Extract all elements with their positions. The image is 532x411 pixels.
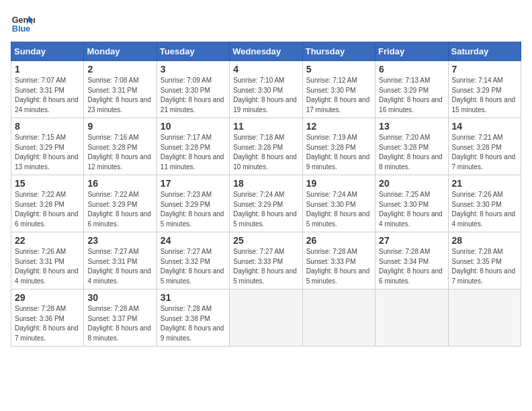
day-info: Sunrise: 7:26 AMSunset: 3:30 PMDaylight:… (452, 190, 517, 229)
day-info: Sunrise: 7:26 AMSunset: 3:31 PMDaylight:… (15, 247, 80, 286)
day-cell: 29Sunrise: 7:28 AMSunset: 3:36 PMDayligh… (11, 289, 84, 347)
col-header-saturday: Saturday (448, 42, 521, 61)
day-info: Sunrise: 7:24 AMSunset: 3:30 PMDaylight:… (306, 190, 371, 229)
day-info: Sunrise: 7:12 AMSunset: 3:30 PMDaylight:… (306, 76, 371, 115)
day-info: Sunrise: 7:17 AMSunset: 3:28 PMDaylight:… (161, 133, 226, 172)
day-info: Sunrise: 7:28 AMSunset: 3:38 PMDaylight:… (161, 304, 226, 343)
day-number: 23 (87, 235, 152, 246)
day-info: Sunrise: 7:15 AMSunset: 3:29 PMDaylight:… (15, 133, 80, 172)
day-number: 1 (15, 64, 80, 75)
day-info: Sunrise: 7:16 AMSunset: 3:28 PMDaylight:… (87, 133, 152, 172)
col-header-sunday: Sunday (11, 42, 84, 61)
day-number: 4 (233, 64, 298, 75)
day-number: 7 (452, 64, 517, 75)
day-info: Sunrise: 7:10 AMSunset: 3:30 PMDaylight:… (233, 76, 298, 115)
col-header-wednesday: Wednesday (230, 42, 302, 61)
day-cell: 18Sunrise: 7:24 AMSunset: 3:29 PMDayligh… (230, 175, 302, 232)
day-info: Sunrise: 7:13 AMSunset: 3:29 PMDaylight:… (379, 76, 444, 115)
day-info: Sunrise: 7:28 AMSunset: 3:35 PMDaylight:… (452, 247, 517, 286)
day-info: Sunrise: 7:14 AMSunset: 3:29 PMDaylight:… (452, 76, 517, 115)
day-number: 16 (87, 178, 152, 189)
day-info: Sunrise: 7:28 AMSunset: 3:33 PMDaylight:… (306, 247, 371, 286)
day-info: Sunrise: 7:27 AMSunset: 3:32 PMDaylight:… (161, 247, 226, 286)
day-number: 29 (15, 292, 80, 303)
day-cell: 23Sunrise: 7:27 AMSunset: 3:31 PMDayligh… (84, 232, 157, 289)
day-cell: 3Sunrise: 7:09 AMSunset: 3:30 PMDaylight… (157, 61, 229, 118)
day-cell: 10Sunrise: 7:17 AMSunset: 3:28 PMDayligh… (157, 118, 229, 175)
day-number: 26 (306, 235, 371, 246)
day-info: Sunrise: 7:09 AMSunset: 3:30 PMDaylight:… (161, 76, 226, 115)
day-info: Sunrise: 7:28 AMSunset: 3:34 PMDaylight:… (379, 247, 444, 286)
day-info: Sunrise: 7:18 AMSunset: 3:28 PMDaylight:… (233, 133, 298, 172)
day-info: Sunrise: 7:07 AMSunset: 3:31 PMDaylight:… (15, 76, 80, 115)
day-cell: 30Sunrise: 7:28 AMSunset: 3:37 PMDayligh… (84, 289, 157, 347)
day-info: Sunrise: 7:27 AMSunset: 3:33 PMDaylight:… (233, 247, 298, 286)
col-header-friday: Friday (375, 42, 448, 61)
svg-text:Blue: Blue (12, 24, 30, 34)
day-info: Sunrise: 7:21 AMSunset: 3:28 PMDaylight:… (452, 133, 517, 172)
day-cell: 9Sunrise: 7:16 AMSunset: 3:28 PMDaylight… (84, 118, 157, 175)
day-cell (448, 289, 521, 347)
day-number: 5 (306, 64, 371, 75)
day-info: Sunrise: 7:27 AMSunset: 3:31 PMDaylight:… (87, 247, 152, 286)
day-info: Sunrise: 7:22 AMSunset: 3:29 PMDaylight:… (87, 190, 152, 229)
week-row-4: 22Sunrise: 7:26 AMSunset: 3:31 PMDayligh… (11, 232, 521, 289)
day-cell: 2Sunrise: 7:08 AMSunset: 3:31 PMDaylight… (84, 61, 157, 118)
day-cell: 13Sunrise: 7:20 AMSunset: 3:28 PMDayligh… (375, 118, 448, 175)
day-cell: 25Sunrise: 7:27 AMSunset: 3:33 PMDayligh… (230, 232, 302, 289)
day-cell: 31Sunrise: 7:28 AMSunset: 3:38 PMDayligh… (157, 289, 229, 347)
calendar-table: SundayMondayTuesdayWednesdayThursdayFrid… (11, 42, 521, 347)
day-number: 15 (15, 178, 80, 189)
day-number: 28 (452, 235, 517, 246)
day-cell: 16Sunrise: 7:22 AMSunset: 3:29 PMDayligh… (84, 175, 157, 232)
day-number: 27 (379, 235, 444, 246)
day-cell: 7Sunrise: 7:14 AMSunset: 3:29 PMDaylight… (448, 61, 521, 118)
day-cell: 5Sunrise: 7:12 AMSunset: 3:30 PMDaylight… (302, 61, 375, 118)
day-number: 30 (87, 292, 152, 303)
day-cell (302, 289, 375, 347)
day-number: 6 (379, 64, 444, 75)
day-info: Sunrise: 7:28 AMSunset: 3:36 PMDaylight:… (15, 304, 80, 343)
day-number: 24 (161, 235, 226, 246)
day-info: Sunrise: 7:28 AMSunset: 3:37 PMDaylight:… (87, 304, 152, 343)
week-row-3: 15Sunrise: 7:22 AMSunset: 3:28 PMDayligh… (11, 175, 521, 232)
day-cell: 15Sunrise: 7:22 AMSunset: 3:28 PMDayligh… (11, 175, 84, 232)
day-cell: 4Sunrise: 7:10 AMSunset: 3:30 PMDaylight… (230, 61, 302, 118)
day-number: 14 (452, 121, 517, 132)
col-header-thursday: Thursday (302, 42, 375, 61)
week-row-2: 8Sunrise: 7:15 AMSunset: 3:29 PMDaylight… (11, 118, 521, 175)
week-row-5: 29Sunrise: 7:28 AMSunset: 3:36 PMDayligh… (11, 289, 521, 347)
day-number: 25 (233, 235, 298, 246)
day-number: 20 (379, 178, 444, 189)
day-cell: 24Sunrise: 7:27 AMSunset: 3:32 PMDayligh… (157, 232, 229, 289)
day-info: Sunrise: 7:08 AMSunset: 3:31 PMDaylight:… (87, 76, 152, 115)
day-cell: 8Sunrise: 7:15 AMSunset: 3:29 PMDaylight… (11, 118, 84, 175)
day-number: 13 (379, 121, 444, 132)
day-number: 18 (233, 178, 298, 189)
day-number: 10 (161, 121, 226, 132)
day-number: 2 (87, 64, 152, 75)
col-header-monday: Monday (84, 42, 157, 61)
day-cell: 12Sunrise: 7:19 AMSunset: 3:28 PMDayligh… (302, 118, 375, 175)
day-number: 19 (306, 178, 371, 189)
day-cell: 1Sunrise: 7:07 AMSunset: 3:31 PMDaylight… (11, 61, 84, 118)
day-cell: 28Sunrise: 7:28 AMSunset: 3:35 PMDayligh… (448, 232, 521, 289)
day-info: Sunrise: 7:20 AMSunset: 3:28 PMDaylight:… (379, 133, 444, 172)
day-cell: 26Sunrise: 7:28 AMSunset: 3:33 PMDayligh… (302, 232, 375, 289)
day-cell: 6Sunrise: 7:13 AMSunset: 3:29 PMDaylight… (375, 61, 448, 118)
day-info: Sunrise: 7:23 AMSunset: 3:29 PMDaylight:… (161, 190, 226, 229)
day-cell: 19Sunrise: 7:24 AMSunset: 3:30 PMDayligh… (302, 175, 375, 232)
header-row: SundayMondayTuesdayWednesdayThursdayFrid… (11, 42, 521, 61)
logo: General Blue (11, 11, 35, 35)
day-cell (375, 289, 448, 347)
day-number: 8 (15, 121, 80, 132)
day-cell: 17Sunrise: 7:23 AMSunset: 3:29 PMDayligh… (157, 175, 229, 232)
day-number: 21 (452, 178, 517, 189)
day-number: 17 (161, 178, 226, 189)
day-number: 22 (15, 235, 80, 246)
day-number: 3 (161, 64, 226, 75)
week-row-1: 1Sunrise: 7:07 AMSunset: 3:31 PMDaylight… (11, 61, 521, 118)
day-info: Sunrise: 7:24 AMSunset: 3:29 PMDaylight:… (233, 190, 298, 229)
day-info: Sunrise: 7:25 AMSunset: 3:30 PMDaylight:… (379, 190, 444, 229)
logo-icon: General Blue (11, 11, 35, 35)
